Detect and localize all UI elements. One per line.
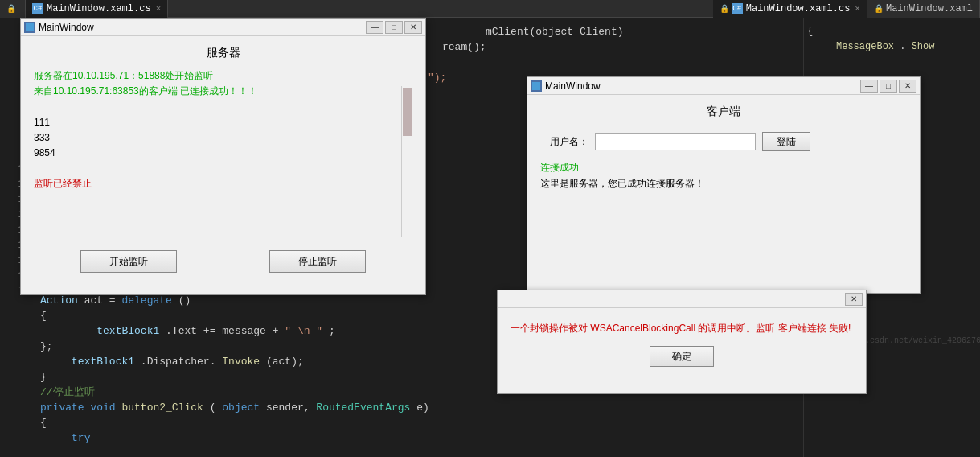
client-title-label: MainWindow xyxy=(545,80,860,92)
username-label: 用户名： xyxy=(540,135,588,149)
server-win-buttons: — □ ✕ xyxy=(366,21,422,34)
server-minimize-btn[interactable]: — xyxy=(366,21,383,34)
stop-listen-btn[interactable]: 停止监听 xyxy=(269,250,366,273)
tab-close-left[interactable]: × xyxy=(156,4,162,14)
tab-close-right[interactable]: × xyxy=(855,4,860,14)
tab-lock-left: 🔒 xyxy=(0,0,26,18)
log-line-4: 333 xyxy=(34,130,412,146)
code-action-keyword: Action xyxy=(40,294,78,307)
server-buttons: 开始监听 停止监听 xyxy=(34,250,412,273)
error-win-buttons: ✕ xyxy=(845,293,863,306)
server-titlebar: MainWindow — □ ✕ xyxy=(21,19,425,36)
username-row: 用户名： 登陆 xyxy=(540,132,907,151)
log-line-1: 服务器在10.10.195.71：51888处开始监听 xyxy=(34,68,412,84)
client-titlebar: MainWindow — □ ✕ xyxy=(527,77,920,95)
log-line-blank1 xyxy=(34,99,412,114)
client-window[interactable]: MainWindow — □ ✕ 客户端 用户名： 登陆 连接成功 这里是服务器… xyxy=(527,76,921,294)
error-buttons: 确定 xyxy=(511,346,853,367)
client-log-line-1: 连接成功 xyxy=(540,159,907,175)
username-input[interactable] xyxy=(595,133,756,150)
server-restore-btn[interactable]: □ xyxy=(385,21,403,34)
server-log-area: 服务器在10.10.195.71：51888处开始监听 来自10.10.195.… xyxy=(34,68,412,237)
error-dialog[interactable]: ✕ 一个封锁操作被对 WSACancelBlockingCall 的调用中断。监… xyxy=(497,290,867,394)
log-line-3: 111 xyxy=(34,115,412,130)
server-scroll-thumb[interactable] xyxy=(403,88,412,136)
svg-rect-1 xyxy=(532,82,540,90)
code-stream: ream(); xyxy=(442,41,486,53)
tab-bar: 🔒 C# MainWindow.xaml.cs × 🔒 C# MainWindo… xyxy=(0,0,980,18)
error-confirm-btn[interactable]: 确定 xyxy=(650,346,714,367)
client-minimize-btn[interactable]: — xyxy=(860,80,878,93)
tab-mainwindow-xaml-cs-right[interactable]: 🔒 C# MainWindow.xaml.cs × xyxy=(713,0,867,18)
error-message: 一个封锁操作被对 WSACancelBlockingCall 的调用中断。监听 … xyxy=(511,321,853,336)
server-title-label: MainWindow xyxy=(39,22,366,33)
client-title-icon xyxy=(531,80,542,92)
lock-icon-xaml: 🔒 xyxy=(874,4,884,14)
server-log: 服务器在10.10.195.71：51888处开始监听 来自10.10.195.… xyxy=(34,68,412,192)
tab-label-right: MainWindow.xaml.cs xyxy=(746,3,851,14)
server-window[interactable]: MainWindow — □ ✕ 服务器 服务器在10.10.195.71：51… xyxy=(20,18,426,295)
client-restore-btn[interactable]: □ xyxy=(880,80,897,93)
log-line-2: 来自10.10.195.71:63853的客户端 已连接成功！！！ xyxy=(34,84,412,99)
login-btn[interactable]: 登陆 xyxy=(762,132,810,151)
client-heading: 客户端 xyxy=(540,105,907,119)
log-line-5: 9854 xyxy=(34,146,412,161)
code-top-method: mClient(object Client) xyxy=(486,26,624,38)
server-heading: 服务器 xyxy=(34,46,412,60)
client-body: 客户端 用户名： 登陆 连接成功 这里是服务器，您已成功连接服务器！ xyxy=(527,95,920,202)
server-scrollbar[interactable] xyxy=(401,86,412,237)
log-line-stop: 监听已经禁止 xyxy=(34,176,412,191)
client-log-line-2: 这里是服务器，您已成功连接服务器！ xyxy=(540,175,907,191)
client-close-btn[interactable]: ✕ xyxy=(899,80,916,93)
client-log: 连接成功 这里是服务器，您已成功连接服务器！ xyxy=(540,159,907,192)
tab-mainwindow-xaml-cs-left[interactable]: C# MainWindow.xaml.cs × xyxy=(26,0,168,18)
cs-file-icon: C# xyxy=(32,3,43,14)
lock-icon-right: 🔒 xyxy=(720,4,729,14)
server-close-btn[interactable]: ✕ xyxy=(404,21,422,34)
tab-label-left: MainWindow.xaml.cs xyxy=(47,3,151,14)
tab-mainwindow-xaml[interactable]: 🔒 MainWindow.xaml xyxy=(867,0,980,18)
server-body: 服务器 服务器在10.10.195.71：51888处开始监听 来自10.10.… xyxy=(21,36,425,282)
client-win-buttons: — □ ✕ xyxy=(860,80,916,93)
lock-icon: 🔒 xyxy=(6,4,16,14)
svg-rect-0 xyxy=(26,23,34,31)
error-titlebar: ✕ xyxy=(498,290,866,308)
error-body: 一个封锁操作被对 WSACancelBlockingCall 的调用中断。监听 … xyxy=(498,308,866,380)
error-close-btn[interactable]: ✕ xyxy=(845,293,863,306)
server-title-icon xyxy=(24,22,35,33)
log-line-blank2 xyxy=(34,161,412,176)
start-listen-btn[interactable]: 开始监听 xyxy=(80,250,177,273)
right-code-msgbox: MessageBox . Show xyxy=(807,39,977,55)
cs-file-icon-right: C# xyxy=(732,3,743,14)
server-log-container: 服务器在10.10.195.71：51888处开始监听 来自10.10.195.… xyxy=(34,68,412,237)
tab-label-xaml: MainWindow.xaml xyxy=(886,3,973,14)
right-code-brace: { xyxy=(807,24,977,39)
